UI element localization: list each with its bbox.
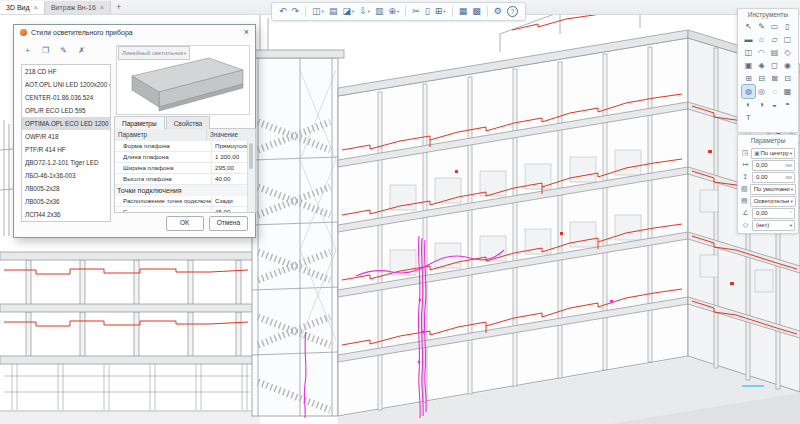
style-list-item[interactable]: PTF/R 414 HF	[22, 143, 110, 156]
separator[interactable]: ▾	[452, 6, 453, 17]
light-fixture-tool[interactable]: ◍	[742, 85, 755, 98]
roof-tool[interactable]: ⌂	[755, 33, 768, 46]
pipe-tool[interactable]: ⊟	[755, 72, 768, 85]
spreadsheet-icon[interactable]: ▦ ▾	[457, 4, 470, 19]
style-list-item[interactable]: ЛСП44 2x36	[22, 208, 110, 221]
style-list-item[interactable]: ДВО72-1.2-101 Tiger LED	[22, 156, 110, 169]
style-list-item[interactable]: OPL/R ECO LED 595	[22, 104, 110, 117]
hatch-tool[interactable]: ◒	[768, 98, 781, 111]
view-tab[interactable]: 3D Вид ×	[0, 1, 45, 14]
param-control[interactable]: 0,00 ° ▾	[752, 208, 795, 219]
view-tab[interactable]: Витраж Вн-16 ×	[45, 1, 111, 14]
table-row[interactable]: Точки подключения	[115, 185, 248, 196]
dialog-title: Стили осветительного прибора	[31, 29, 133, 36]
ceiling-tool[interactable]: ◈	[755, 59, 768, 72]
column-tool[interactable]: ▯	[781, 20, 794, 33]
new-view-button[interactable]: +	[111, 1, 126, 14]
separator[interactable]: ▾	[487, 6, 488, 17]
param-row-icon: ◳	[741, 149, 749, 157]
paste-icon[interactable]: ▯ ▾	[423, 4, 432, 19]
web-tools-icon[interactable]: ⊕ ▾	[387, 4, 402, 19]
table-row[interactable]: С 45,00	[115, 207, 248, 213]
shaft-tool[interactable]: ◉	[781, 59, 794, 72]
param-control[interactable]: Осветительн ▾	[750, 196, 796, 207]
help-icon[interactable]: ? ▾	[505, 6, 520, 17]
table-row[interactable]: Ширина плафона 295,00	[115, 163, 248, 174]
door-tool[interactable]: ▢	[781, 33, 794, 46]
param-control[interactable]: 0,00 мм ▾	[752, 160, 795, 171]
dialog-tab[interactable]: Параметры	[114, 116, 165, 129]
toolbar-glyph: ⇩	[359, 4, 367, 19]
edit-style-button[interactable]: ✎	[57, 45, 70, 57]
floor-tool[interactable]: ▣	[742, 59, 755, 72]
select-tool[interactable]: ↖	[742, 20, 755, 33]
param-value-cell: 295,00	[211, 163, 248, 173]
style-editor-icon[interactable]: ▩ ▾	[470, 4, 483, 19]
redo-icon[interactable]: ↷ ▾	[290, 4, 302, 19]
delete-style-button[interactable]: ✗	[75, 45, 88, 57]
separator[interactable]: ▾	[405, 6, 406, 17]
style-list-item[interactable]: CENTER-01.86.036.524	[22, 91, 110, 104]
view-manager-icon[interactable]: ◪ ▾	[340, 4, 356, 19]
param-control[interactable]: (нет) ▾	[752, 220, 795, 231]
ok-button[interactable]: OK	[166, 216, 204, 231]
equipment-tool[interactable]: ◎	[755, 85, 768, 98]
close-icon[interactable]: ×	[100, 4, 104, 11]
fixture-type-select[interactable]: Линейный светильник ▾	[118, 46, 190, 60]
accessory-tool[interactable]: ▦	[781, 85, 794, 98]
screen-display-icon[interactable]: ▤ ▾	[327, 4, 340, 19]
param-unit: мм	[785, 162, 792, 168]
param-control[interactable]: По умолчани ▾	[750, 184, 796, 195]
scrollbar-thumb[interactable]	[249, 143, 253, 169]
cut-icon[interactable]: ✂ ▾	[410, 4, 422, 19]
print-icon[interactable]: ▥ ▾	[373, 4, 386, 19]
stair-tower	[246, 14, 344, 416]
close-icon[interactable]: ×	[34, 4, 38, 11]
copy-icon[interactable]: ⊞ ▾	[433, 4, 448, 19]
beam-tool[interactable]: ▬	[742, 33, 755, 46]
stair-tool[interactable]: ▤	[768, 46, 781, 59]
text-tool[interactable]: T	[742, 111, 755, 124]
close-icon[interactable]: ×	[244, 28, 249, 37]
style-list-item[interactable]: ЛБО-46-1x36-003	[22, 169, 110, 182]
table-scrollbar[interactable]	[247, 141, 255, 212]
undo-icon[interactable]: ↶ ▾	[277, 4, 289, 19]
export-icon[interactable]: ⇩ ▾	[357, 4, 372, 19]
visual-style-icon[interactable]: ◫ ▾	[310, 4, 326, 19]
add-style-button[interactable]: +	[21, 45, 34, 57]
style-list-item[interactable]: 218 CD HF	[22, 65, 110, 78]
param-control[interactable]: 0,00 мм ▾	[752, 172, 795, 183]
cable-tray-tool[interactable]: ⊠	[768, 72, 781, 85]
plate-tool[interactable]: ◻	[768, 59, 781, 72]
elevation-tool[interactable]: ◓	[781, 98, 794, 111]
duplicate-style-button[interactable]: ❐	[39, 45, 52, 57]
table-row[interactable]: Форма плафона Прямоугольный	[115, 141, 248, 152]
railing-tool[interactable]: ◇	[781, 46, 794, 59]
style-list-item[interactable]: OWP/R 418	[22, 130, 110, 143]
ramp-tool[interactable]: ▱	[768, 33, 781, 46]
conduit-tool[interactable]: ⊡	[781, 72, 794, 85]
dialog-titlebar[interactable]: Стили осветительного прибора ×	[14, 25, 255, 40]
dialog-tab[interactable]: Свойства	[166, 116, 211, 129]
wall-tool[interactable]: ▭	[768, 20, 781, 33]
style-list-item[interactable]: ЛВ005-2x28	[22, 182, 110, 195]
parameters-table: Параметр Значение Форма плафона Прямоуго…	[114, 128, 256, 213]
duct-tool[interactable]: ⊞	[742, 72, 755, 85]
cancel-button[interactable]: Отмена	[209, 216, 248, 231]
measure-tool[interactable]: ✎	[755, 20, 768, 33]
window-tool[interactable]: ◫	[742, 46, 755, 59]
light-fixture-styles-dialog: Стили осветительного прибора × + ❐ ✎ ✗ Л…	[13, 24, 256, 238]
axis-tool[interactable]: ◑	[755, 98, 768, 111]
settings-icon[interactable]: ⚙ ▾	[492, 4, 504, 19]
fitting-tool[interactable]: ◌	[768, 85, 781, 98]
opening-tool[interactable]: ◠	[755, 46, 768, 59]
table-row[interactable]: Расположение точек подключени Сзади	[115, 196, 248, 207]
style-list-item[interactable]: ЛВ005-2x36	[22, 195, 110, 208]
param-control[interactable]: ▣ По центру ▾	[751, 148, 795, 159]
table-row[interactable]: Длина плафона 1 200,00	[115, 152, 248, 163]
table-row[interactable]: Высота плафона 40,00	[115, 174, 248, 185]
style-list-item[interactable]: OPTIMA.OPL ECO LED 1200	[22, 117, 110, 130]
style-list-item[interactable]: AOT.OPL UNI LED 1200x200 4000K	[22, 78, 110, 91]
route-tool[interactable]: ◐	[742, 98, 755, 111]
separator[interactable]: ▾	[305, 6, 306, 17]
